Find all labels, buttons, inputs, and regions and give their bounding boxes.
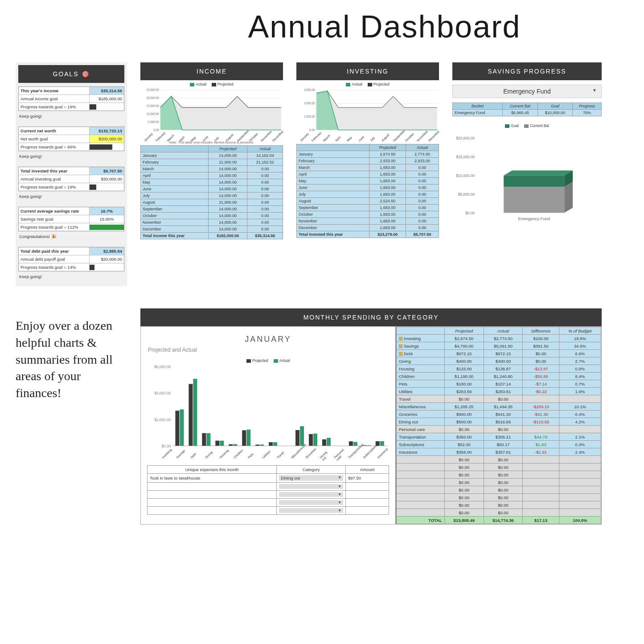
- svg-rect-62: [353, 442, 357, 446]
- progress-bar: [90, 185, 96, 190]
- svg-text:20,000.00: 20,000.00: [146, 96, 159, 99]
- savings-chart: $0.00$5,000.00$10,000.00$15,000.00$20,00…: [452, 129, 602, 227]
- goal-message: Congratulations! 🎉: [18, 233, 124, 243]
- svg-rect-57: [322, 439, 326, 446]
- category-dropdown[interactable]: ▼: [279, 508, 343, 513]
- goal-label: Total invested this year: [19, 167, 89, 175]
- unique-amount-cell[interactable]: $97.50: [345, 474, 389, 483]
- expand-icon[interactable]: +: [399, 345, 402, 348]
- svg-text:Emergency Fund: Emergency Fund: [518, 216, 550, 221]
- svg-rect-49: [269, 442, 273, 446]
- svg-rect-58: [327, 438, 331, 446]
- svg-rect-44: [233, 444, 237, 446]
- spending-subtitle: Projected and Actual: [147, 345, 389, 357]
- income-chart: 0.005,000.0010,000.0015,000.0020,000.002…: [140, 87, 283, 136]
- goal-label: Savings rate goal: [19, 215, 89, 223]
- category-dropdown[interactable]: ▼: [279, 500, 343, 505]
- spending-chart: $0.00$2,000.00$4,000.00$6,000.00: [147, 364, 389, 453]
- svg-rect-38: [193, 379, 197, 446]
- progress-bar: [90, 225, 124, 230]
- goal-label: Net worth goal: [19, 135, 89, 143]
- goal-value: $35,314.56: [89, 87, 124, 94]
- unique-expense-cell[interactable]: [148, 507, 277, 515]
- unique-expense-cell[interactable]: Took in laws to steakhouse: [148, 474, 277, 483]
- chevron-down-icon: ▼: [338, 476, 341, 480]
- goal-message: Keep going!: [18, 153, 124, 163]
- svg-text:$4,000.00: $4,000.00: [154, 391, 171, 395]
- chevron-down-icon: ▼: [338, 509, 341, 513]
- chevron-down-icon: ▼: [338, 500, 341, 505]
- savings-panel: SAVINGS PROGRESS Emergency Fund BucketCu…: [452, 62, 602, 229]
- svg-rect-46: [246, 430, 250, 446]
- unique-amount-cell[interactable]: [345, 483, 389, 491]
- expand-icon[interactable]: +: [399, 352, 402, 356]
- goal-value: $2,885.54: [89, 247, 124, 255]
- unique-expense-cell[interactable]: [148, 491, 277, 499]
- svg-rect-43: [229, 444, 233, 446]
- svg-text:3,000.00: 3,000.00: [304, 88, 315, 91]
- spending-table: ProjectedActualDifference% of Budget+Inv…: [396, 327, 601, 524]
- svg-text:15,000.00: 15,000.00: [146, 104, 159, 107]
- svg-rect-39: [202, 433, 206, 446]
- goal-label: Progress towards goal = 19%: [19, 103, 89, 111]
- progress-bar: [90, 144, 112, 150]
- investing-legend: Actual Projected: [296, 80, 439, 87]
- investing-header: INVESTING: [296, 62, 439, 80]
- goal-label: This year's income: [19, 87, 89, 94]
- progress-bar: [90, 104, 96, 110]
- unique-amount-cell[interactable]: [345, 499, 389, 507]
- goal-value: $185,000.00: [89, 95, 124, 103]
- marketing-caption: Enjoy over a dozen helpful charts & summ…: [16, 299, 127, 402]
- spending-month: JANUARY: [147, 331, 389, 345]
- unique-expenses-table: Unique expenses this monthCategoryAmount…: [147, 465, 389, 515]
- svg-text:0.00: 0.00: [153, 128, 159, 131]
- goal-label: Total debt paid this year: [19, 247, 89, 255]
- svg-text:1,000.00: 1,000.00: [304, 115, 315, 118]
- goal-value: $200,000.00: [89, 135, 124, 143]
- svg-rect-42: [220, 441, 224, 446]
- income-table: ProjectedActualJanuary14,000.0014,162.04…: [140, 145, 283, 239]
- goals-header: GOALS 🎯: [18, 65, 124, 83]
- expand-icon[interactable]: +: [399, 337, 402, 340]
- svg-rect-40: [206, 433, 210, 446]
- investing-panel: INVESTING Actual Projected 0.001,000.002…: [296, 62, 439, 238]
- unique-expense-cell[interactable]: [148, 499, 277, 507]
- category-dropdown[interactable]: Dining out▼: [279, 475, 343, 481]
- unique-amount-cell[interactable]: [345, 491, 389, 499]
- income-legend: Actual Projected: [140, 80, 283, 87]
- goal-label: Current average savings rate: [19, 207, 89, 215]
- svg-rect-36: [180, 409, 184, 446]
- goal-label: Progress towards goal = 66%: [19, 143, 89, 151]
- svg-rect-41: [215, 441, 219, 446]
- svg-text:$10,000.00: $10,000.00: [456, 173, 475, 178]
- svg-rect-45: [242, 430, 246, 446]
- goal-label: Annual debt payoff goal: [19, 255, 89, 263]
- goal-label: Progress towards goal = 14%: [19, 263, 89, 271]
- goal-label: Current net worth: [19, 127, 89, 135]
- savings-bucket-select[interactable]: Emergency Fund: [452, 85, 602, 98]
- investing-chart: 0.001,000.002,000.003,000.00: [296, 87, 439, 136]
- goal-value: $30,000.00: [89, 175, 124, 183]
- goal-message: Keep going!: [18, 193, 124, 203]
- svg-text:$2,000.00: $2,000.00: [154, 418, 171, 422]
- category-dropdown[interactable]: ▼: [279, 484, 343, 489]
- svg-text:5,000.00: 5,000.00: [148, 120, 159, 123]
- svg-rect-55: [309, 434, 313, 446]
- spending-panel: MONTHLY SPENDING BY CATEGORY JANUARY Pro…: [140, 308, 602, 525]
- goal-label: Progress towards goal = 112%: [19, 223, 89, 231]
- goal-value: 16.7%: [89, 207, 124, 215]
- income-header: INCOME: [140, 62, 283, 80]
- goal-value: $20,000.00: [89, 255, 124, 263]
- svg-text:$15,000.00: $15,000.00: [456, 155, 475, 159]
- goal-label: Progress towards goal = 19%: [19, 183, 89, 191]
- svg-text:2,000.00: 2,000.00: [304, 102, 315, 105]
- svg-text:$0.00: $0.00: [161, 444, 171, 448]
- svg-text:$0.00: $0.00: [465, 211, 475, 215]
- income-panel: INCOME Actual Projected 0.005,000.0010,0…: [140, 62, 283, 239]
- goal-value: $5,707.50: [89, 167, 124, 175]
- goal-value: $132,720.13: [89, 127, 124, 135]
- unique-expense-cell[interactable]: [148, 483, 277, 491]
- category-dropdown[interactable]: ▼: [279, 492, 343, 497]
- unique-amount-cell[interactable]: [345, 507, 389, 515]
- svg-rect-61: [349, 441, 353, 446]
